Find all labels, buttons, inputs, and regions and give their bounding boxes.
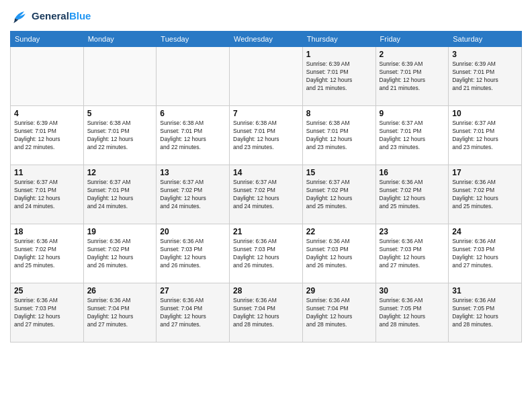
day-info: Sunrise: 6:38 AM Sunset: 7:01 PM Dayligh…: [233, 120, 299, 152]
day-info: Sunrise: 6:36 AM Sunset: 7:03 PM Dayligh…: [452, 238, 518, 270]
day-info: Sunrise: 6:36 AM Sunset: 7:05 PM Dayligh…: [380, 297, 445, 329]
day-number: 18: [14, 227, 80, 236]
weekday-header-tuesday: Tuesday: [157, 32, 230, 47]
calendar-cell: 19Sunrise: 6:36 AM Sunset: 7:02 PM Dayli…: [83, 224, 157, 283]
calendar-cell: 30Sunrise: 6:36 AM Sunset: 7:05 PM Dayli…: [375, 283, 449, 342]
calendar-cell: 24Sunrise: 6:36 AM Sunset: 7:03 PM Dayli…: [449, 224, 522, 283]
calendar-cell: 9Sunrise: 6:37 AM Sunset: 7:01 PM Daylig…: [375, 106, 449, 165]
day-number: 30: [380, 286, 445, 295]
calendar-cell: 4Sunrise: 6:39 AM Sunset: 7:01 PM Daylig…: [11, 106, 84, 165]
day-number: 6: [160, 109, 226, 118]
logo-icon: [10, 7, 29, 26]
calendar-cell: 28Sunrise: 6:36 AM Sunset: 7:04 PM Dayli…: [230, 283, 303, 342]
logo-text: GeneralBlue: [32, 10, 91, 22]
day-number: 25: [14, 286, 80, 295]
day-info: Sunrise: 6:39 AM Sunset: 7:01 PM Dayligh…: [380, 60, 445, 93]
calendar-cell: [157, 47, 230, 106]
day-number: 11: [14, 168, 80, 177]
logo: GeneralBlue: [10, 7, 91, 26]
day-number: 13: [160, 168, 226, 177]
day-info: Sunrise: 6:36 AM Sunset: 7:05 PM Dayligh…: [452, 297, 518, 329]
day-number: 9: [380, 109, 445, 118]
calendar-cell: 12Sunrise: 6:37 AM Sunset: 7:01 PM Dayli…: [83, 165, 157, 224]
page: GeneralBlue SundayMondayTuesdayWednesday…: [0, 0, 532, 411]
day-info: Sunrise: 6:37 AM Sunset: 7:02 PM Dayligh…: [160, 179, 226, 211]
calendar-cell: 1Sunrise: 6:39 AM Sunset: 7:01 PM Daylig…: [302, 47, 375, 106]
day-info: Sunrise: 6:37 AM Sunset: 7:01 PM Dayligh…: [380, 120, 445, 152]
day-info: Sunrise: 6:36 AM Sunset: 7:04 PM Dayligh…: [87, 297, 153, 329]
day-number: 14: [233, 168, 299, 177]
day-number: 15: [306, 168, 372, 177]
calendar-cell: 7Sunrise: 6:38 AM Sunset: 7:01 PM Daylig…: [230, 106, 303, 165]
calendar-cell: 27Sunrise: 6:36 AM Sunset: 7:04 PM Dayli…: [157, 283, 230, 342]
day-number: 23: [380, 227, 445, 236]
calendar-cell: 18Sunrise: 6:36 AM Sunset: 7:02 PM Dayli…: [11, 224, 84, 283]
calendar-cell: 15Sunrise: 6:37 AM Sunset: 7:02 PM Dayli…: [302, 165, 375, 224]
day-number: 7: [233, 109, 299, 118]
day-info: Sunrise: 6:36 AM Sunset: 7:02 PM Dayligh…: [380, 179, 445, 211]
day-info: Sunrise: 6:37 AM Sunset: 7:02 PM Dayligh…: [306, 179, 372, 211]
day-info: Sunrise: 6:36 AM Sunset: 7:03 PM Dayligh…: [306, 238, 372, 270]
day-info: Sunrise: 6:37 AM Sunset: 7:01 PM Dayligh…: [14, 179, 80, 211]
day-number: 2: [380, 50, 445, 59]
day-info: Sunrise: 6:36 AM Sunset: 7:03 PM Dayligh…: [380, 238, 445, 270]
day-info: Sunrise: 6:38 AM Sunset: 7:01 PM Dayligh…: [87, 120, 153, 152]
calendar-cell: 23Sunrise: 6:36 AM Sunset: 7:03 PM Dayli…: [375, 224, 449, 283]
day-info: Sunrise: 6:36 AM Sunset: 7:04 PM Dayligh…: [160, 297, 226, 329]
day-number: 10: [452, 109, 518, 118]
header: GeneralBlue: [10, 7, 522, 26]
day-number: 29: [306, 286, 372, 295]
day-info: Sunrise: 6:36 AM Sunset: 7:03 PM Dayligh…: [233, 238, 299, 270]
calendar-cell: 10Sunrise: 6:37 AM Sunset: 7:01 PM Dayli…: [449, 106, 522, 165]
day-info: Sunrise: 6:36 AM Sunset: 7:02 PM Dayligh…: [14, 238, 80, 270]
calendar-cell: 13Sunrise: 6:37 AM Sunset: 7:02 PM Dayli…: [157, 165, 230, 224]
day-number: 3: [452, 50, 518, 59]
calendar-cell: 8Sunrise: 6:38 AM Sunset: 7:01 PM Daylig…: [302, 106, 375, 165]
calendar-cell: 29Sunrise: 6:36 AM Sunset: 7:04 PM Dayli…: [302, 283, 375, 342]
day-info: Sunrise: 6:36 AM Sunset: 7:02 PM Dayligh…: [87, 238, 153, 270]
weekday-header-wednesday: Wednesday: [230, 32, 303, 47]
day-number: 8: [306, 109, 372, 118]
calendar-cell: 22Sunrise: 6:36 AM Sunset: 7:03 PM Dayli…: [302, 224, 375, 283]
weekday-header-sunday: Sunday: [11, 32, 84, 47]
weekday-header-thursday: Thursday: [302, 32, 375, 47]
calendar-cell: 6Sunrise: 6:38 AM Sunset: 7:01 PM Daylig…: [157, 106, 230, 165]
day-number: 17: [452, 168, 518, 177]
day-number: 16: [380, 168, 445, 177]
calendar-table: SundayMondayTuesdayWednesdayThursdayFrid…: [10, 31, 522, 342]
day-number: 4: [14, 109, 80, 118]
day-number: 28: [233, 286, 299, 295]
day-info: Sunrise: 6:36 AM Sunset: 7:02 PM Dayligh…: [452, 179, 518, 211]
calendar-week-3: 11Sunrise: 6:37 AM Sunset: 7:01 PM Dayli…: [11, 165, 522, 224]
weekday-header-row: SundayMondayTuesdayWednesdayThursdayFrid…: [11, 32, 522, 47]
calendar-cell: 17Sunrise: 6:36 AM Sunset: 7:02 PM Dayli…: [449, 165, 522, 224]
day-number: 31: [452, 286, 518, 295]
day-number: 26: [87, 286, 153, 295]
day-info: Sunrise: 6:39 AM Sunset: 7:01 PM Dayligh…: [306, 60, 372, 93]
calendar-cell: 16Sunrise: 6:36 AM Sunset: 7:02 PM Dayli…: [375, 165, 449, 224]
calendar-cell: 20Sunrise: 6:36 AM Sunset: 7:03 PM Dayli…: [157, 224, 230, 283]
day-info: Sunrise: 6:39 AM Sunset: 7:01 PM Dayligh…: [452, 60, 518, 93]
day-number: 20: [160, 227, 226, 236]
calendar-cell: 26Sunrise: 6:36 AM Sunset: 7:04 PM Dayli…: [83, 283, 157, 342]
day-number: 24: [452, 227, 518, 236]
day-number: 22: [306, 227, 372, 236]
weekday-header-monday: Monday: [83, 32, 157, 47]
weekday-header-saturday: Saturday: [449, 32, 522, 47]
day-info: Sunrise: 6:38 AM Sunset: 7:01 PM Dayligh…: [306, 120, 372, 152]
calendar-week-2: 4Sunrise: 6:39 AM Sunset: 7:01 PM Daylig…: [11, 106, 522, 165]
calendar-cell: 2Sunrise: 6:39 AM Sunset: 7:01 PM Daylig…: [375, 47, 449, 106]
calendar-cell: 21Sunrise: 6:36 AM Sunset: 7:03 PM Dayli…: [230, 224, 303, 283]
calendar-cell: 11Sunrise: 6:37 AM Sunset: 7:01 PM Dayli…: [11, 165, 84, 224]
day-info: Sunrise: 6:36 AM Sunset: 7:03 PM Dayligh…: [14, 297, 80, 329]
day-info: Sunrise: 6:36 AM Sunset: 7:03 PM Dayligh…: [160, 238, 226, 270]
calendar-cell: [230, 47, 303, 106]
day-number: 12: [87, 168, 153, 177]
day-number: 1: [306, 50, 372, 59]
calendar-week-4: 18Sunrise: 6:36 AM Sunset: 7:02 PM Dayli…: [11, 224, 522, 283]
day-info: Sunrise: 6:36 AM Sunset: 7:04 PM Dayligh…: [233, 297, 299, 329]
calendar-cell: 31Sunrise: 6:36 AM Sunset: 7:05 PM Dayli…: [449, 283, 522, 342]
day-info: Sunrise: 6:38 AM Sunset: 7:01 PM Dayligh…: [160, 120, 226, 152]
weekday-header-friday: Friday: [375, 32, 449, 47]
calendar-cell: [11, 47, 84, 106]
